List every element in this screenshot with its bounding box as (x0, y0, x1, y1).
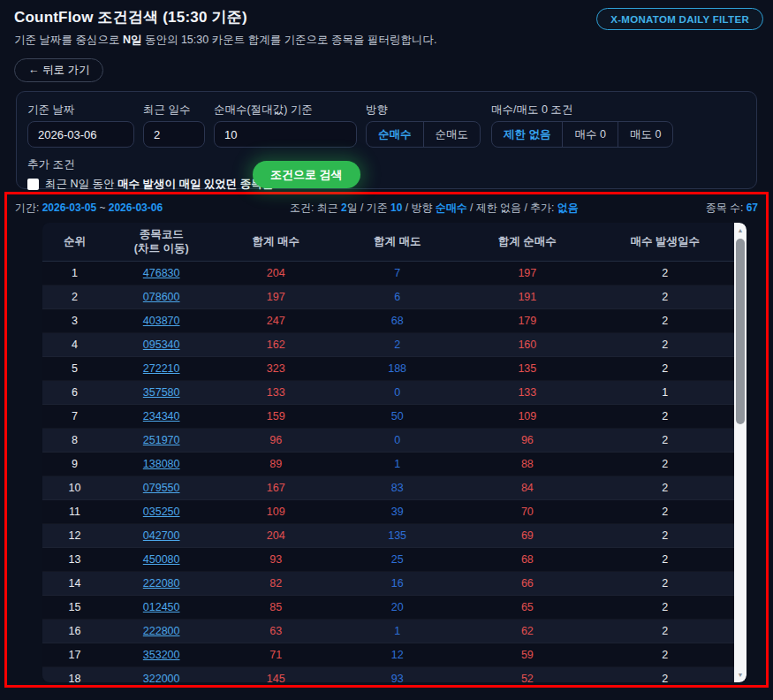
net-cell: 84 (458, 482, 595, 494)
back-button[interactable]: ← 뒤로 가기 (14, 58, 103, 82)
days-cell: 1 (595, 386, 734, 399)
days-cell: 2 (595, 625, 734, 637)
stock-code-link[interactable]: 403870 (143, 315, 180, 327)
net-cell: 68 (458, 553, 595, 566)
rank-cell: 2 (42, 291, 107, 303)
rank-cell: 6 (42, 386, 107, 399)
period-start: 2026-03-05 (42, 202, 96, 214)
direction-option-net-buy[interactable]: 순매수 (367, 122, 423, 147)
base-date-input[interactable] (27, 121, 134, 148)
stock-code-link[interactable]: 322000 (143, 673, 180, 682)
stock-code-link[interactable]: 251970 (143, 434, 180, 446)
stock-code-link[interactable]: 042700 (143, 529, 180, 542)
net-cell: 96 (458, 434, 595, 446)
days-cell: 2 (595, 315, 734, 327)
results-container: 기간: 2026-03-05 ~ 2026-03-06 조건: 최근 2일 / … (4, 192, 769, 688)
stock-code-link[interactable]: 222800 (143, 625, 180, 637)
sell-cell: 2 (336, 339, 458, 351)
buy-cell: 109 (216, 506, 336, 518)
sell-cell: 0 (336, 386, 458, 399)
stock-code-link[interactable]: 476830 (143, 267, 180, 279)
buy-cell: 133 (216, 386, 336, 399)
stock-code-link[interactable]: 357580 (143, 386, 180, 399)
rank-cell: 11 (42, 506, 107, 518)
zero-option-buy-zero[interactable]: 매수 0 (562, 122, 617, 147)
stock-code-link[interactable]: 234340 (143, 410, 180, 422)
net-cell: 66 (458, 577, 595, 590)
net-cell: 179 (458, 315, 595, 327)
stock-code-link[interactable]: 450080 (143, 553, 180, 566)
sell-cell: 1 (336, 625, 458, 637)
table-row: 3 403870 247 68 179 2 (42, 309, 746, 333)
scroll-up-icon[interactable]: ▲ (734, 224, 746, 237)
table-row: 5 272210 323 188 135 2 (42, 357, 746, 381)
buy-cell: 93 (216, 553, 336, 566)
stock-code-link[interactable]: 012450 (143, 601, 180, 613)
zero-option-sell-zero[interactable]: 매도 0 (618, 122, 672, 147)
table-row: 11 035250 109 39 70 2 (42, 500, 746, 524)
net-threshold-label: 순매수(절대값) 기준 (214, 103, 357, 118)
days-cell: 2 (595, 267, 734, 279)
direction-segment: 순매수 순매도 (366, 121, 481, 148)
days-cell: 2 (595, 339, 734, 351)
table-row: 7 234340 159 50 109 2 (42, 405, 746, 429)
stock-code-link[interactable]: 079550 (143, 482, 180, 494)
table-row: 17 353200 71 12 59 2 (42, 643, 746, 667)
net-cell: 135 (458, 362, 595, 375)
buy-cell: 63 (216, 625, 336, 637)
sell-cell: 6 (336, 291, 458, 303)
daily-buy-checkbox[interactable] (27, 179, 39, 190)
stock-code-link[interactable]: 095340 (143, 339, 180, 351)
stock-code-link[interactable]: 078600 (143, 291, 180, 303)
zero-option-no-limit[interactable]: 제한 없음 (492, 122, 562, 147)
stock-count-value: 67 (746, 202, 758, 214)
stock-code-link[interactable]: 222080 (143, 577, 180, 590)
rank-cell: 3 (42, 315, 107, 327)
rank-cell: 18 (42, 673, 107, 682)
scrollbar-thumb[interactable] (736, 239, 745, 424)
rank-cell: 10 (42, 482, 107, 494)
table-row: 8 251970 96 0 96 2 (42, 429, 746, 453)
table-header-row: 순위 종목코드 (차트 이동) 합계 매수 합계 매도 합계 순매수 매수 발생… (42, 223, 746, 262)
stock-code-link[interactable]: 353200 (143, 649, 180, 661)
table-row: 12 042700 204 135 69 2 (42, 524, 746, 548)
net-threshold-input[interactable] (214, 121, 357, 148)
sell-cell: 25 (336, 553, 458, 566)
scroll-down-icon[interactable]: ▼ (734, 668, 746, 681)
sell-cell: 50 (336, 410, 458, 422)
buy-cell: 89 (216, 458, 336, 470)
table-row: 16 222800 63 1 62 2 (42, 620, 746, 643)
page-subtitle: 기준 날짜를 중심으로 N일 동안의 15:30 카운트 합계를 기준으로 종목… (14, 33, 759, 48)
rank-cell: 7 (42, 410, 107, 422)
days-cell: 2 (595, 291, 734, 303)
sell-cell: 135 (336, 529, 458, 542)
stock-code-link[interactable]: 138080 (143, 458, 180, 470)
stock-code-link[interactable]: 272210 (143, 362, 180, 375)
direction-option-net-sell[interactable]: 순매도 (423, 122, 481, 147)
zero-condition-segment-group: 매수/매도 0 조건 제한 없음 매수 0 매도 0 (491, 103, 673, 148)
direction-label: 방향 (366, 103, 481, 118)
days-cell: 2 (595, 434, 734, 446)
period-end: 2026-03-06 (109, 202, 163, 214)
daily-buy-checkbox-label[interactable]: 최근 N일 동안 매수 발생이 매일 있었던 종목만 (45, 177, 273, 192)
filter-panel: 기준 날짜 최근 일수 순매수(절대값) 기준 방향 순매수 순매도 매수/매도… (16, 91, 757, 189)
extra-condition-row: 최근 N일 동안 매수 발생이 매일 있었던 종목만 (27, 177, 746, 192)
buy-cell: 323 (216, 362, 336, 375)
recent-days-input[interactable] (143, 121, 205, 148)
search-button[interactable]: 조건으로 검색 (253, 161, 360, 188)
rank-cell: 12 (42, 529, 107, 542)
stock-count: 종목 수: 67 (706, 201, 758, 216)
table-row: 14 222080 82 16 66 2 (42, 572, 746, 596)
results-info-row: 기간: 2026-03-05 ~ 2026-03-06 조건: 최근 2일 / … (7, 199, 766, 216)
table-body: 1 476830 204 7 197 2 2 078600 197 6 191 … (42, 262, 746, 682)
extra-condition-label: 추가 조건 (27, 157, 746, 172)
table-scrollbar[interactable]: ▲ ▼ (734, 223, 746, 682)
table-row: 15 012450 85 20 65 2 (42, 596, 746, 620)
zero-condition-label: 매수/매도 0 조건 (491, 103, 673, 118)
daily-filter-button[interactable]: X-MONATOM DAILY FILTER (596, 8, 763, 30)
zero-condition-segment: 제한 없음 매수 0 매도 0 (491, 121, 673, 148)
col-header-net: 합계 순매수 (458, 235, 595, 249)
net-cell: 62 (458, 625, 595, 637)
buy-cell: 71 (216, 649, 336, 661)
stock-code-link[interactable]: 035250 (143, 506, 180, 518)
